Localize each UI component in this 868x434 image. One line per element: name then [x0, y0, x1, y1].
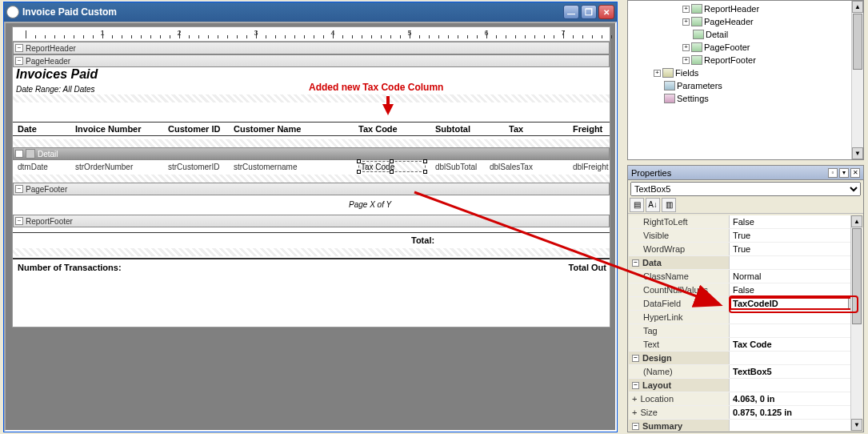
col-customer-name[interactable]: Customer Name [234, 124, 301, 134]
collapse-icon[interactable]: − [632, 382, 639, 389]
property-value[interactable]: False [733, 217, 754, 227]
expand-icon[interactable]: + [682, 44, 690, 51]
section-bar-pagefooter[interactable]: − PageFooter [13, 183, 610, 195]
close-panel-icon[interactable]: ✕ [850, 168, 860, 178]
collapse-icon[interactable]: − [15, 185, 23, 193]
expand-icon[interactable]: + [682, 18, 690, 26]
section-bar-pageheader[interactable]: − PageHeader [13, 54, 610, 67]
property-value[interactable]: 4.063, 0 in [733, 394, 775, 404]
section-bar-detail[interactable]: − Detail [13, 147, 610, 160]
properties-grid[interactable]: RightToLeftFalseVisibleTrueWordWrapTrue−… [629, 215, 862, 431]
report-title-label[interactable]: Invoices Paid [16, 67, 98, 82]
tree-item[interactable]: Detail [630, 28, 862, 41]
expand-icon[interactable]: + [682, 6, 690, 13]
maximize-button[interactable] [581, 5, 597, 19]
object-selector[interactable]: TextBox5 [628, 180, 863, 196]
page-x-of-y-label[interactable]: Page X of Y [349, 200, 391, 209]
expand-icon[interactable]: + [632, 394, 637, 404]
title-bar[interactable]: Invoice Paid Custom [4, 2, 617, 22]
tree-scrollbar[interactable]: ▲ ▼ [851, 1, 863, 159]
properties-titlebar[interactable]: Properties ▫ ▾ ✕ [628, 166, 863, 180]
date-range-label[interactable]: Date Range: All Dates [16, 85, 95, 94]
expand-icon[interactable]: + [632, 408, 637, 417]
property-value[interactable]: True [733, 231, 750, 240]
field-dtmdate[interactable]: dtmDate [18, 163, 48, 171]
object-select-dropdown[interactable]: TextBox5 [630, 182, 861, 196]
section-bar-reportfooter[interactable]: − ReportFooter [13, 215, 610, 227]
scroll-down-icon[interactable]: ▼ [851, 419, 862, 431]
property-category[interactable]: −Data [629, 256, 862, 270]
property-row[interactable]: +Location4.063, 0 in [629, 392, 862, 406]
expand-icon[interactable]: + [682, 57, 690, 64]
property-row[interactable]: TextTax Code [629, 338, 862, 352]
col-subtotal[interactable]: Subtotal [435, 124, 470, 134]
col-tax[interactable]: Tax [509, 124, 523, 134]
property-row[interactable]: VisibleTrue [629, 229, 862, 243]
total-out-label[interactable]: Total Out [569, 263, 606, 272]
property-row[interactable]: (Name)TextBox5 [629, 365, 862, 379]
reportfooter-area[interactable]: Total: Number of Transactions: Total Out [13, 227, 610, 275]
property-row[interactable]: Tag [629, 324, 862, 338]
col-freight[interactable]: Freight [573, 124, 602, 134]
col-tax-code[interactable]: Tax Code [358, 124, 398, 134]
field-freight[interactable]: dblFreight [573, 163, 608, 171]
scroll-thumb[interactable] [853, 14, 862, 70]
tree-item[interactable]: +PageFooter [630, 41, 862, 54]
property-value[interactable]: Normal [733, 271, 761, 281]
report-tree[interactable]: +ReportHeader+PageHeaderDetail+PageFoote… [628, 1, 863, 106]
col-invoice-number[interactable]: Invoice Number [75, 124, 142, 134]
property-value[interactable]: TextBox5 [733, 367, 772, 376]
property-category[interactable]: −Summary [629, 420, 862, 431]
property-row[interactable]: ClassNameNormal [629, 270, 862, 283]
property-row[interactable]: DataFieldTaxCodeID▾ [629, 297, 862, 311]
property-pages-button[interactable]: ▥ [662, 198, 676, 212]
property-row[interactable]: WordWrapTrue [629, 243, 862, 256]
minimize-button[interactable] [563, 5, 579, 19]
tree-item[interactable]: +Fields [630, 66, 862, 79]
property-category[interactable]: −Layout [629, 379, 862, 392]
scroll-down-icon[interactable]: ▼ [852, 147, 863, 159]
field-customername[interactable]: strCustomername [234, 163, 297, 171]
props-scrollbar[interactable]: ▲ ▼ [850, 215, 862, 431]
num-transactions-label[interactable]: Number of Transactions: [18, 263, 122, 272]
design-surface[interactable]: 12345678 − ReportHeader − PageHeader Inv… [12, 26, 610, 328]
property-value[interactable]: Tax Code [733, 340, 772, 349]
tree-item[interactable]: +ReportHeader [630, 2, 862, 15]
collapse-icon[interactable]: − [15, 217, 23, 225]
scroll-up-icon[interactable]: ▲ [851, 215, 862, 227]
property-value[interactable]: True [733, 244, 750, 254]
property-row[interactable]: CountNullValuesFalse [629, 283, 862, 297]
pin-icon[interactable]: ▫ [828, 168, 838, 178]
section-bar-reportheader[interactable]: − ReportHeader [13, 42, 610, 54]
field-salestax[interactable]: dblSalesTax [490, 163, 533, 171]
categorized-view-button[interactable]: ▤ [630, 198, 644, 212]
alphabetical-view-button[interactable]: A↓ [646, 198, 660, 212]
pagefooter-area[interactable]: Page X of Y [13, 195, 610, 215]
scroll-up-icon[interactable]: ▲ [852, 1, 863, 13]
tree-item[interactable]: Settings [630, 92, 862, 105]
field-subtotal[interactable]: dblSubTotal [435, 163, 477, 171]
selected-textbox-taxcode[interactable]: Tax Code [358, 161, 426, 172]
field-ordernumber[interactable]: strOrderNumber [75, 163, 133, 171]
detail-area[interactable]: dtmDate strOrderNumber strCustomerID str… [13, 160, 610, 175]
field-customerid[interactable]: strCustomerID [168, 163, 219, 171]
pageheader-area[interactable]: Invoices Paid Date Range: All Dates Adde… [13, 67, 610, 139]
collapse-icon[interactable]: − [632, 259, 639, 267]
property-row[interactable]: HyperLink [629, 311, 862, 324]
collapse-icon[interactable]: − [15, 44, 23, 52]
property-value[interactable]: False [733, 285, 754, 295]
col-date[interactable]: Date [18, 124, 37, 134]
property-value[interactable]: TaxCodeID [733, 299, 778, 308]
property-category[interactable]: −Design [629, 352, 862, 365]
collapse-icon[interactable]: − [632, 423, 639, 430]
tree-item[interactable]: Parameters [630, 79, 862, 92]
scroll-thumb[interactable] [852, 228, 862, 324]
col-customer-id[interactable]: Customer ID [168, 124, 220, 134]
collapse-icon[interactable]: − [15, 150, 23, 158]
total-label[interactable]: Total: [411, 235, 434, 245]
close-button[interactable] [598, 5, 614, 19]
tree-item[interactable]: +ReportFooter [630, 54, 862, 66]
tree-item[interactable]: +PageHeader [630, 15, 862, 28]
expand-icon[interactable]: + [654, 70, 661, 77]
dropdown-icon[interactable]: ▾ [839, 168, 849, 178]
